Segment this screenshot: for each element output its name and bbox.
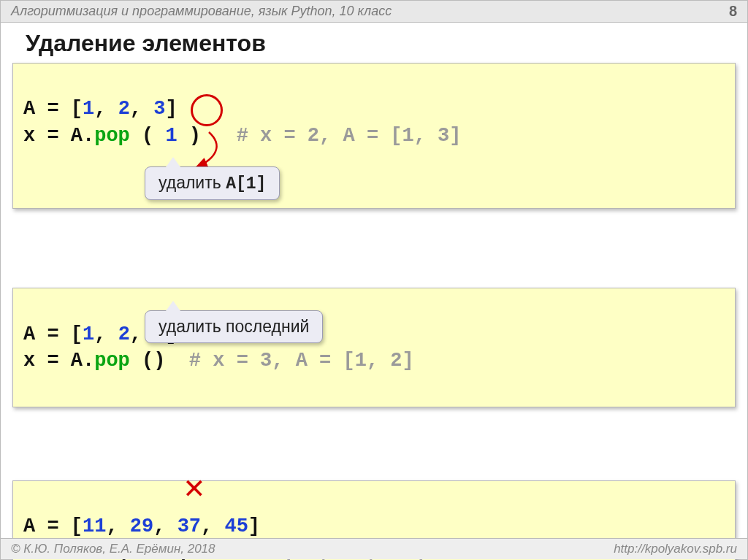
code-block-2: A = [1, 2, 3] x = A.pop () # x = 3, A = …: [12, 288, 736, 407]
page-number: 8: [729, 3, 737, 20]
red-circle-annotation: [191, 94, 223, 126]
code-block-1: A = [1, 2, 3] x = A.pop ( 1 ) # x = 2, A…: [12, 63, 736, 209]
slide-footer: © К.Ю. Поляков, Е.А. Ерёмин, 2018 http:/…: [1, 538, 747, 559]
slide-header: Алгоритмизация и программирование, язык …: [1, 1, 747, 23]
callout-delete-index: удалить A[1]: [145, 166, 280, 200]
callout-delete-last: удалить последний: [145, 310, 323, 343]
header-subject: Алгоритмизация и программирование, язык …: [11, 4, 392, 19]
slide: Алгоритмизация и программирование, язык …: [0, 0, 748, 560]
footer-copyright: © К.Ю. Поляков, Е.А. Ерёмин, 2018: [11, 542, 215, 556]
footer-url: http://kpolyakov.spb.ru: [614, 542, 737, 556]
red-cross-annotation: ✕: [184, 472, 205, 506]
slide-title: Удаление элементов: [26, 30, 747, 57]
